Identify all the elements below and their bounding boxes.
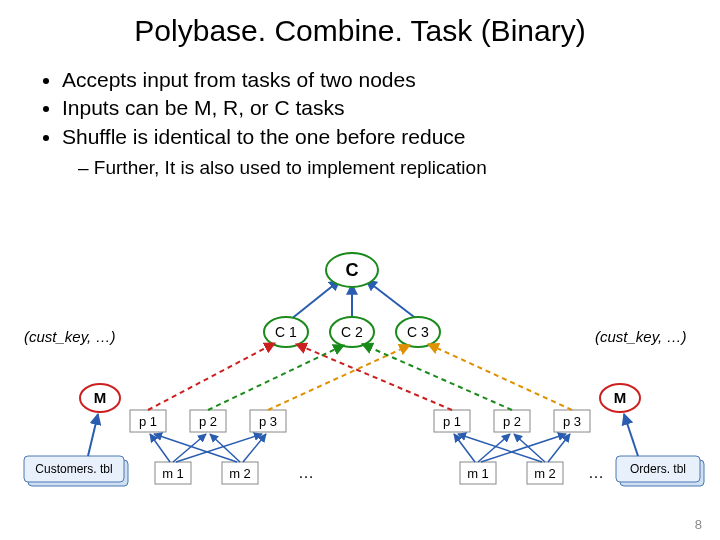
svg-line-44 xyxy=(243,434,266,462)
slide-title: Polybase. Combine. Task (Binary) xyxy=(0,14,720,48)
svg-text:…: … xyxy=(588,464,604,481)
svg-text:m 2: m 2 xyxy=(229,466,251,481)
svg-text:p 2: p 2 xyxy=(199,414,217,429)
svg-text:m 2: m 2 xyxy=(534,466,556,481)
svg-line-26 xyxy=(296,344,452,410)
key-label-left: (cust_key, …) xyxy=(24,328,115,345)
diagram: C C 1 C 2 C 3 p 1 p 2 p 3 p 1 p 2 p 3 xyxy=(0,250,720,510)
bullet-item: Shuffle is identical to the one before r… xyxy=(62,123,720,151)
svg-text:p 1: p 1 xyxy=(139,414,157,429)
svg-text:m 1: m 1 xyxy=(162,466,184,481)
svg-text:M: M xyxy=(614,389,627,406)
svg-text:C 1: C 1 xyxy=(275,324,297,340)
sub-bullet-list: Further, It is also used to implement re… xyxy=(78,157,720,179)
svg-text:p 1: p 1 xyxy=(443,414,461,429)
svg-text:C 3: C 3 xyxy=(407,324,429,340)
svg-text:M: M xyxy=(94,389,107,406)
svg-text:Customers. tbl: Customers. tbl xyxy=(35,462,112,476)
svg-text:C: C xyxy=(346,260,359,280)
sub-bullet-item: Further, It is also used to implement re… xyxy=(78,157,720,179)
svg-line-27 xyxy=(362,344,512,410)
svg-text:p 3: p 3 xyxy=(563,414,581,429)
svg-text:m 1: m 1 xyxy=(467,466,489,481)
svg-text:p 3: p 3 xyxy=(259,414,277,429)
svg-text:p 2: p 2 xyxy=(503,414,521,429)
svg-line-28 xyxy=(428,344,572,410)
svg-line-0 xyxy=(290,280,340,320)
svg-text:C 2: C 2 xyxy=(341,324,363,340)
svg-text:…: … xyxy=(298,464,314,481)
page-number: 8 xyxy=(695,517,702,532)
svg-line-58 xyxy=(88,414,98,456)
bullet-item: Inputs can be M, R, or C tasks xyxy=(62,94,720,122)
bullet-list: Accepts input from tasks of two nodes In… xyxy=(44,66,720,151)
svg-line-23 xyxy=(148,343,275,410)
svg-line-2 xyxy=(366,280,418,320)
svg-line-62 xyxy=(624,414,638,456)
bullet-item: Accepts input from tasks of two nodes xyxy=(62,66,720,94)
key-label-right: (cust_key, …) xyxy=(595,328,686,345)
svg-text:Orders. tbl: Orders. tbl xyxy=(630,462,686,476)
